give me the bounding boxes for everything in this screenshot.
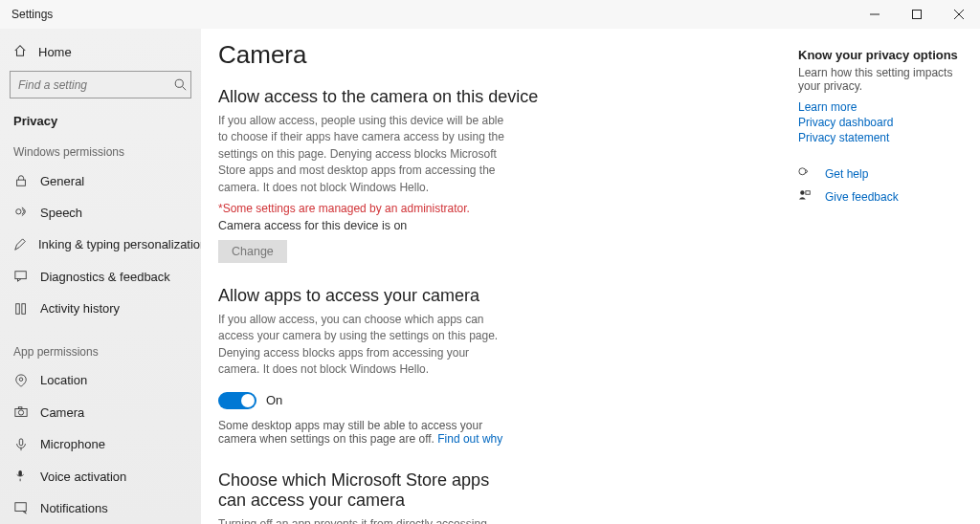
sidebar-item-label: Camera <box>40 405 84 420</box>
sidebar-item-camera[interactable]: Camera <box>0 397 201 428</box>
microphone-icon <box>13 438 29 451</box>
sidebar-item-inking[interactable]: Inking & typing personalization <box>0 229 201 260</box>
pen-icon <box>13 238 27 251</box>
sidebar-item-label: Microphone <box>40 437 105 451</box>
feedback-icon <box>13 270 29 283</box>
notifications-icon <box>13 501 29 514</box>
sidebar-item-label: Diagnostics & feedback <box>40 270 170 284</box>
voice-icon <box>13 469 29 483</box>
sidebar-section-current: Privacy <box>0 108 201 134</box>
section-choose-apps-heading: Choose which Microsoft Store apps can ac… <box>218 470 505 511</box>
aside-heading: Know your privacy options <box>798 48 961 62</box>
sidebar-item-label: General <box>40 174 84 188</box>
svg-rect-15 <box>19 439 23 446</box>
aside-panel: Know your privacy options Learn how this… <box>798 29 980 524</box>
sidebar-item-general[interactable]: General <box>0 164 201 196</box>
svg-rect-20 <box>806 190 810 194</box>
home-icon <box>13 44 27 60</box>
sidebar-item-label: Notifications <box>40 501 108 515</box>
svg-rect-17 <box>15 503 26 512</box>
sidebar-item-activity[interactable]: Activity history <box>0 293 201 324</box>
section-allow-device-desc: If you allow access, people using this d… <box>218 113 505 196</box>
page-title: Camera <box>218 40 538 70</box>
maximize-button[interactable] <box>896 0 938 29</box>
svg-point-19 <box>800 190 804 194</box>
search-input-wrap[interactable] <box>10 71 191 98</box>
titlebar: Settings <box>0 0 980 29</box>
sidebar-item-voice-activation[interactable]: Voice activation <box>0 460 201 491</box>
nav-home-label: Home <box>38 45 72 59</box>
link-privacy-dashboard[interactable]: Privacy dashboard <box>798 116 961 129</box>
sidebar-item-label: Activity history <box>40 301 120 316</box>
help-icon <box>798 166 813 183</box>
sidebar-item-microphone[interactable]: Microphone <box>0 428 201 460</box>
change-button[interactable]: Change <box>218 240 287 263</box>
aside-desc: Learn how this setting impacts your priv… <box>798 66 961 93</box>
section-allow-device-heading: Allow access to the camera on this devic… <box>218 87 538 107</box>
svg-rect-6 <box>17 180 26 186</box>
window-title: Settings <box>11 8 53 21</box>
svg-point-13 <box>18 410 23 415</box>
svg-rect-16 <box>18 470 22 476</box>
find-out-why-link[interactable]: Find out why <box>437 432 502 446</box>
link-learn-more[interactable]: Learn more <box>798 100 961 114</box>
allow-apps-toggle[interactable] <box>218 392 256 409</box>
sidebar-item-notifications[interactable]: Notifications <box>0 492 201 524</box>
allow-apps-toggle-label: On <box>266 393 282 407</box>
location-icon <box>13 374 29 387</box>
link-privacy-statement[interactable]: Privacy statement <box>798 131 961 144</box>
section-allow-apps-heading: Allow apps to access your camera <box>218 286 538 306</box>
sidebar-group-windows-permissions: Windows permissions <box>0 134 201 164</box>
svg-point-4 <box>175 79 183 87</box>
svg-line-5 <box>183 87 187 91</box>
nav-home[interactable]: Home <box>0 36 201 67</box>
speech-icon <box>13 207 29 220</box>
device-camera-status: Camera access for this device is on <box>218 219 538 232</box>
svg-rect-14 <box>18 407 22 409</box>
svg-point-18 <box>799 167 806 174</box>
svg-rect-9 <box>16 303 20 314</box>
close-button[interactable] <box>938 0 980 29</box>
link-give-feedback[interactable]: Give feedback <box>825 190 899 204</box>
sidebar-group-app-permissions: App permissions <box>0 334 201 364</box>
search-icon <box>170 78 190 91</box>
link-get-help[interactable]: Get help <box>825 167 868 181</box>
feedback-icon <box>798 189 813 206</box>
desktop-apps-note: Some desktop apps may still be able to a… <box>218 419 505 446</box>
sidebar-item-label: Voice activation <box>40 469 126 484</box>
history-icon <box>13 302 29 316</box>
lock-icon <box>13 174 29 187</box>
svg-rect-10 <box>22 303 26 314</box>
svg-point-11 <box>19 378 23 382</box>
sidebar-item-label: Speech <box>40 206 82 220</box>
section-choose-apps-desc: Turning off an app prevents it from dire… <box>218 516 505 524</box>
svg-point-7 <box>16 208 21 213</box>
sidebar-item-location[interactable]: Location <box>0 364 201 396</box>
main-content: Camera Allow access to the camera on thi… <box>201 29 555 524</box>
sidebar-item-diagnostics[interactable]: Diagnostics & feedback <box>0 261 201 293</box>
camera-icon <box>13 405 29 419</box>
sidebar-item-label: Location <box>40 373 87 387</box>
admin-managed-note: *Some settings are managed by an adminis… <box>218 202 538 215</box>
sidebar-item-speech[interactable]: Speech <box>0 197 201 229</box>
svg-rect-1 <box>913 11 922 19</box>
minimize-button[interactable] <box>854 0 896 29</box>
search-input[interactable] <box>11 78 170 92</box>
sidebar-item-label: Inking & typing personalization <box>38 237 201 251</box>
svg-rect-8 <box>15 272 26 279</box>
section-allow-apps-desc: If you allow access, you can choose whic… <box>218 312 505 379</box>
sidebar: Home Privacy Windows permissions General… <box>0 29 201 524</box>
